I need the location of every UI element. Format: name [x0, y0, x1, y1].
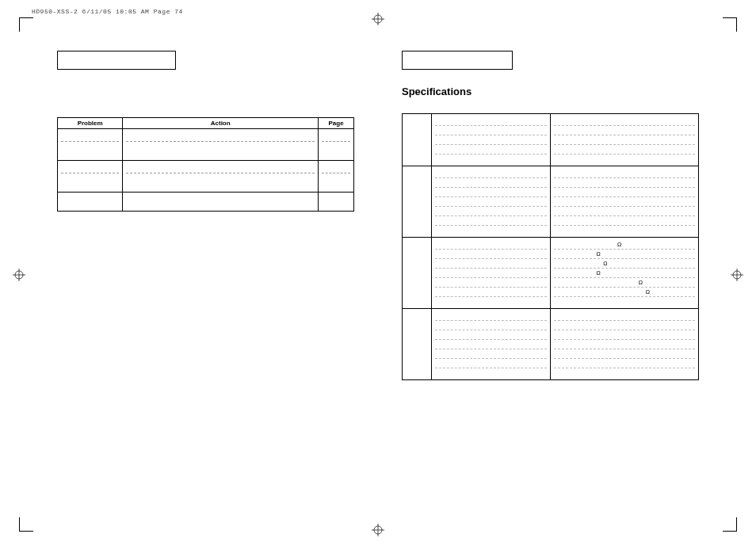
spec-block: Ω Ω Ω Ω Ω Ω [403, 238, 699, 309]
spec-category-cell [403, 114, 432, 166]
right-header-box [402, 51, 513, 70]
ohm-icon: Ω [646, 288, 650, 295]
registration-mark-top [372, 13, 384, 25]
table-row [58, 161, 354, 193]
troubleshooting-table: Problem Action Page [57, 117, 354, 212]
ohm-icon: Ω [596, 269, 600, 276]
print-job-header: HD950-XSS-2 6/11/05 10:05 AM Page 74 [32, 8, 183, 15]
spec-items-cell [432, 114, 551, 166]
spec-values-cell [550, 114, 698, 166]
right-page: Specifications [378, 32, 723, 517]
table-header-row: Problem Action Page [58, 118, 354, 129]
spec-block [403, 309, 699, 380]
ohm-icon: Ω [617, 241, 621, 248]
ohm-icon: Ω [596, 250, 600, 257]
ohm-icon: Ω [639, 279, 643, 286]
table-row [58, 129, 354, 161]
crop-mark-top-right [723, 17, 737, 32]
col-header-problem: Problem [58, 118, 123, 129]
crop-mark-bottom-right [723, 517, 737, 532]
table-row [58, 193, 354, 212]
crop-mark-top-left [19, 17, 33, 32]
left-header-box [57, 51, 176, 70]
registration-mark-bottom [372, 524, 384, 536]
specifications-table: Ω Ω Ω Ω Ω Ω [402, 113, 699, 380]
crop-mark-bottom-left [19, 517, 33, 532]
registration-mark-left [13, 269, 25, 281]
ohm-icon: Ω [603, 260, 607, 267]
registration-mark-right [731, 269, 743, 281]
spec-block [403, 166, 699, 238]
page-spread: Problem Action Page [33, 32, 723, 517]
col-header-action: Action [123, 118, 319, 129]
specifications-title: Specifications [402, 86, 699, 97]
spec-block [403, 114, 699, 166]
left-page: Problem Action Page [33, 32, 378, 517]
col-header-page: Page [319, 118, 354, 129]
